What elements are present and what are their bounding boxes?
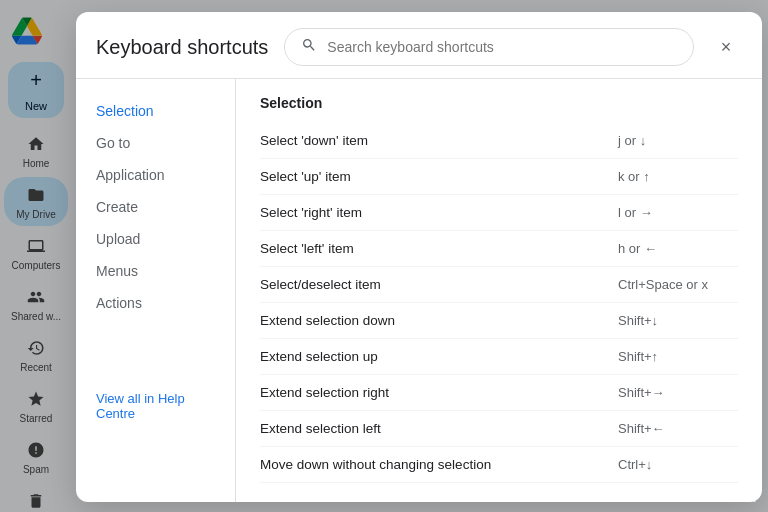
shortcut-key-8: Shift+← [618,421,738,436]
left-panel-item-upload[interactable]: Upload [76,223,223,255]
shortcut-row-8: Extend selection left Shift+← [260,411,738,447]
section-title: Selection [260,95,738,111]
shortcut-row-1: Select 'up' item k or ↑ [260,159,738,195]
shortcut-desc-8: Extend selection left [260,421,618,436]
shortcut-key-7: Shift+→ [618,385,738,400]
shortcut-row-4: Select/deselect item Ctrl+Space or x [260,267,738,303]
shortcut-desc-1: Select 'up' item [260,169,618,184]
shortcut-key-9: Ctrl+↓ [618,457,738,472]
shortcut-desc-4: Select/deselect item [260,277,618,292]
left-panel-item-create[interactable]: Create [76,191,223,223]
close-button[interactable]: × [710,31,742,63]
watermark: Pocketlint [703,493,756,504]
shortcut-desc-5: Extend selection down [260,313,618,328]
shortcut-desc-6: Extend selection up [260,349,618,364]
search-input[interactable] [327,39,677,55]
left-panel-item-application[interactable]: Application [76,159,223,191]
modal-body: Selection Go to Application Create Uploa… [76,79,762,502]
shortcut-key-3: h or ← [618,241,738,256]
right-panel: Selection Select 'down' item j or ↓ Sele… [236,79,762,502]
shortcut-row-0: Select 'down' item j or ↓ [260,123,738,159]
shortcut-row-6: Extend selection up Shift+↑ [260,339,738,375]
shortcut-desc-3: Select 'left' item [260,241,618,256]
shortcut-key-2: l or → [618,205,738,220]
shortcut-key-1: k or ↑ [618,169,738,184]
left-panel-item-selection[interactable]: Selection [76,95,223,127]
shortcut-row-7: Extend selection right Shift+→ [260,375,738,411]
left-panel: Selection Go to Application Create Uploa… [76,79,236,502]
view-all-link[interactable]: View all in Help Centre [76,379,235,433]
shortcut-key-5: Shift+↓ [618,313,738,328]
search-bar[interactable] [284,28,694,66]
shortcut-key-4: Ctrl+Space or x [618,277,738,292]
modal-title: Keyboard shortcuts [96,36,268,59]
shortcut-row-2: Select 'right' item l or → [260,195,738,231]
search-icon [301,37,317,57]
shortcut-key-6: Shift+↑ [618,349,738,364]
shortcut-row-5: Extend selection down Shift+↓ [260,303,738,339]
left-panel-item-actions[interactable]: Actions [76,287,223,319]
left-panel-item-menus[interactable]: Menus [76,255,223,287]
shortcut-desc-9: Move down without changing selection [260,457,618,472]
shortcut-desc-0: Select 'down' item [260,133,618,148]
keyboard-shortcuts-modal: Keyboard shortcuts × Selection Go to App… [76,12,762,502]
shortcut-key-0: j or ↓ [618,133,738,148]
left-panel-item-goto[interactable]: Go to [76,127,223,159]
shortcut-desc-7: Extend selection right [260,385,618,400]
shortcut-row-3: Select 'left' item h or ← [260,231,738,267]
modal-header: Keyboard shortcuts × [76,12,762,79]
shortcut-row-9: Move down without changing selection Ctr… [260,447,738,483]
shortcut-desc-2: Select 'right' item [260,205,618,220]
